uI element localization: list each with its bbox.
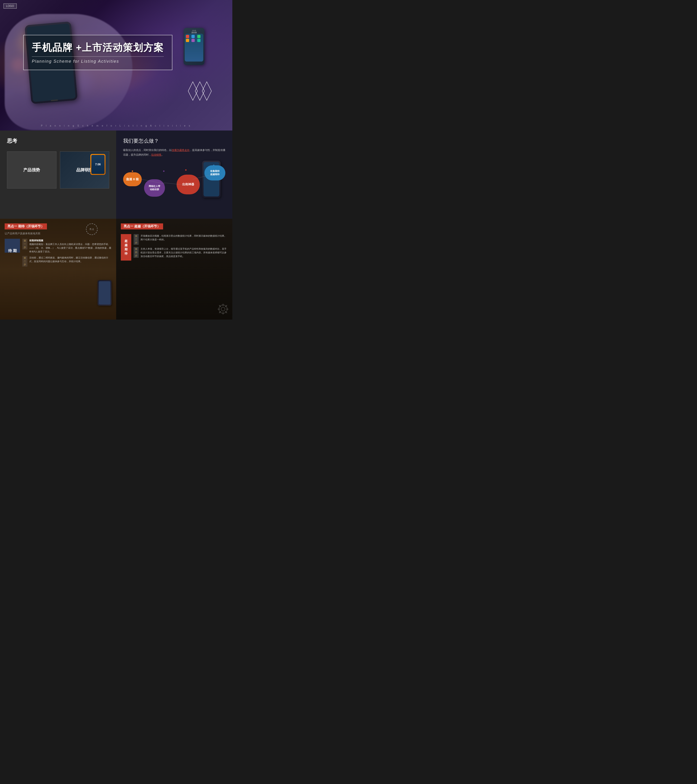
hero-title-en: Planning Scheme for Listing Activities xyxy=(32,59,164,64)
product-card-2: 7:06 品牌弱势 xyxy=(60,152,109,189)
product-phone: 15:03 xyxy=(183,28,205,65)
bubble-expect-label: 收集期待超越期待 xyxy=(210,170,220,176)
svg-marker-1 xyxy=(195,82,205,100)
svg-point-7 xyxy=(163,170,165,172)
thinking-title: 思考 xyxy=(7,137,109,145)
logo-text: LOGO xyxy=(6,5,14,8)
step2-text: 活动前，通过二维码推送、邀约媒体的同时，建立活动微信群，通过微信的方式，发送同样… xyxy=(29,256,112,267)
svg-marker-0 xyxy=(188,82,198,100)
step2-num: 第二步 xyxy=(22,256,27,267)
svg-marker-2 xyxy=(202,82,211,100)
bottom-section: 亮点一 期待（开场环节） 让产品和用户及媒体有效地关联 期待 第一步 xyxy=(0,219,232,320)
step3-text: 开场播放采访视频，结尾展示受众的数据统计结果，同时展示媒体的数据统计结果。两个结… xyxy=(140,234,228,245)
bubble-fast-label: 急速 8 核 xyxy=(126,177,139,181)
highlight2-title-text: 亮点一 超越（开场环节） xyxy=(124,224,160,229)
bubble-expect: 收集期待超越期待 xyxy=(205,165,225,180)
hero-title-zh: 手机品牌 +上市活动策划方案 xyxy=(32,41,164,54)
title-divider xyxy=(32,56,164,57)
bubble-street-label: 出街神器 xyxy=(182,182,194,186)
svg-point-8 xyxy=(185,169,187,171)
product-cards: 产品强势 7:06 品牌弱势 xyxy=(7,152,109,189)
highlight1-section: 亮点一 期待（开场环节） 让产品和用户及媒体有效地关联 期待 第一步 xyxy=(0,219,116,320)
hero-slide: LOGO 手机品牌 +上市活动策划方案 Planning Scheme for … xyxy=(0,0,232,130)
step-3: 第三步 开场播放采访视频，结尾展示受众的数据统计结果，同时展示媒体的数据统计结果… xyxy=(134,234,228,245)
bubble-fast: 急速 8 核 xyxy=(123,172,142,186)
bubble-influencer-label: 网络红人带动粉丝群 xyxy=(149,184,160,191)
how-section: 我们要怎么做？ 吸取别人的优点，同时突出我们的特色，以传播为最终走向，提高媒体参… xyxy=(116,130,232,219)
how-desc-highlight: 传播为最终走向 xyxy=(172,148,190,152)
highlight1-title-text: 亮点一 期待（开场环节） xyxy=(7,224,44,229)
step1-text: 前期录制视频 视频内容规划：某品牌工作人员在街上随机采访受众，问题：您希望您的手… xyxy=(29,239,112,254)
svg-line-18 xyxy=(225,305,227,307)
step4-text: 主持人串场，有请领导上台，领导通过某手机的产品特性和收集到的数据对比，某手机设计… xyxy=(140,247,228,258)
step4-num: 第四步 xyxy=(134,247,139,258)
hero-bottom-text: P l a n n i n g S c h e m e f o r L i s … xyxy=(41,125,192,127)
middle-section: 思考 产品强势 7:06 品牌弱势 我们要怎么做？ 吸取别人的优点，同时突出我们… xyxy=(0,130,232,219)
thinking-section: 思考 产品强势 7:06 品牌弱势 xyxy=(0,130,116,219)
how-desc-highlight2: 拉动销售 xyxy=(151,153,162,156)
svg-point-6 xyxy=(132,170,133,172)
logo-box: LOGO xyxy=(3,3,17,8)
highlight2-section: 亮点一 超越（开场环节） 超越期待 第三步 开场播放采访视频，结尾展示受众的数据… xyxy=(116,219,232,320)
steps-column: 第一步 前期录制视频 视频内容规划：某品牌工作人员在街上随机采访受众，问题：您希… xyxy=(22,239,112,269)
product-card-1: 产品强势 xyxy=(7,152,56,189)
highlight2-title: 亮点一 超越（开场环节） xyxy=(121,223,163,229)
step3-num: 第三步 xyxy=(134,234,139,245)
bubble-influencer: 网络红人带动粉丝群 xyxy=(144,179,165,197)
svg-point-11 xyxy=(221,307,225,311)
phone-screen xyxy=(185,34,203,61)
step1-num: 第一步 xyxy=(22,239,27,249)
svg-line-16 xyxy=(219,305,221,307)
diamond-decoration xyxy=(186,79,214,103)
highlight1-subtitle: 让产品和用户及媒体有效地关联 xyxy=(5,232,112,235)
highlight2-steps: 超越期待 第三步 开场播放采访视频，结尾展示受众的数据统计结果，同时展示媒体的数… xyxy=(121,234,228,260)
step-4: 第四步 主持人串场，有请领导上台，领导通过某手机的产品特性和收集到的数据对比，某… xyxy=(134,247,228,258)
title-box: 手机品牌 +上市活动策划方案 Planning Scheme for Listi… xyxy=(23,35,172,70)
bubble-street: 出街神器 xyxy=(177,175,200,194)
exceed-label: 超越期待 xyxy=(121,234,131,260)
svg-line-19 xyxy=(219,311,221,313)
svg-line-17 xyxy=(225,311,227,313)
highlight1-steps: 期待 第一步 前期录制视频 视频内容规划：某品牌工作人员在街上随机采访受众，问题… xyxy=(5,239,112,269)
step-2: 第二步 活动前，通过二维码推送、邀约媒体的同时，建立活动微信群，通过微信的方式，… xyxy=(22,256,112,267)
exceed-steps-col: 第三步 开场播放采访视频，结尾展示受众的数据统计结果，同时展示媒体的数据统计结果… xyxy=(134,234,228,260)
how-desc-text3: 。 xyxy=(162,153,164,156)
how-desc-text: 吸取别人的优点，同时突出我们的特色，以 xyxy=(123,148,172,152)
how-title: 我们要怎么做？ xyxy=(123,137,225,145)
highlight1-title: 亮点一 期待（开场环节） xyxy=(5,223,47,229)
gear-decoration xyxy=(217,303,229,315)
card1-label: 产品强势 xyxy=(23,167,40,173)
step-1: 第一步 前期录制视频 视频内容规划：某品牌工作人员在街上随机采访受众，问题：您希… xyxy=(22,239,112,254)
expect-label: 期待 xyxy=(5,239,20,253)
phone-mockup xyxy=(97,280,112,306)
how-desc: 吸取别人的优点，同时突出我们的特色，以传播为最终走向，提高媒体参与性，并制造传播… xyxy=(123,148,225,157)
